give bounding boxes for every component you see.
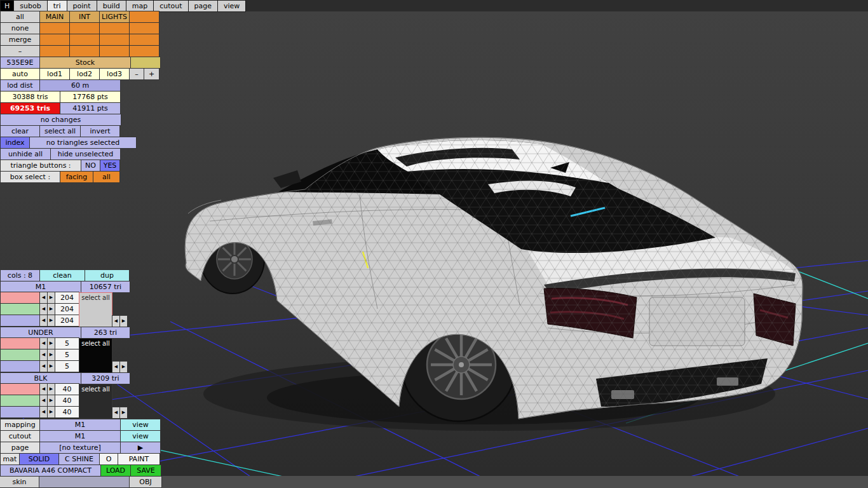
green-channel-swatch[interactable] xyxy=(0,349,40,361)
layer-header-int[interactable]: INT xyxy=(69,11,100,23)
lod2-button[interactable]: lod2 xyxy=(69,68,100,80)
layer-header-main[interactable]: MAIN xyxy=(39,11,70,23)
materials-panel: cols : 8 clean dup M1 10657 tri ◀ ▶ 204 xyxy=(0,270,130,419)
material-tri-count: 263 tri xyxy=(81,327,130,339)
surface-panel: mapping M1 view cutout M1 view page [no … xyxy=(0,419,161,477)
blue-value[interactable]: 40 xyxy=(55,406,79,418)
layer-cell[interactable] xyxy=(39,45,70,57)
status-bar: skin OBJ xyxy=(0,476,868,488)
material-next-button[interactable]: ▶ xyxy=(119,315,128,327)
red-channel-swatch[interactable] xyxy=(0,383,40,395)
layer-cell[interactable] xyxy=(129,45,159,57)
select-none-button[interactable]: none xyxy=(0,22,40,34)
blue-value[interactable]: 204 xyxy=(55,315,79,327)
box-select-label: box select : xyxy=(0,171,60,183)
minus-button[interactable]: – xyxy=(0,45,40,57)
layer-cell[interactable] xyxy=(69,22,100,34)
object-extra-cell[interactable] xyxy=(130,57,161,69)
object-id[interactable]: 535E9E xyxy=(0,57,40,69)
blue-channel-swatch[interactable] xyxy=(0,406,40,418)
obj-button[interactable]: OBJ xyxy=(129,476,162,488)
skin-button[interactable]: skin xyxy=(0,476,39,488)
unhide-all-button[interactable]: unhide all xyxy=(0,148,51,160)
mat-solid-button[interactable]: SOLID xyxy=(19,453,59,465)
box-select-facing[interactable]: facing xyxy=(60,171,93,183)
select-all-objects-button[interactable]: all xyxy=(0,11,40,23)
app-window: H subob tri point build map cutout page … xyxy=(0,0,868,488)
red-value[interactable]: 5 xyxy=(55,337,79,349)
merge-button[interactable]: merge xyxy=(0,34,40,46)
layer-cell[interactable] xyxy=(39,22,70,34)
green-channel-swatch[interactable] xyxy=(0,303,40,315)
layer-cell[interactable] xyxy=(99,34,130,46)
cutout-label: cutout xyxy=(0,430,40,442)
layer-cell[interactable] xyxy=(99,45,130,57)
mat-paint-button[interactable]: PAINT xyxy=(118,453,160,465)
material-tri-count: 10657 tri xyxy=(81,281,130,293)
invert-selection-button[interactable]: invert xyxy=(80,125,120,137)
select-all-material-button[interactable]: select all xyxy=(79,384,112,419)
save-button[interactable]: SAVE xyxy=(130,464,161,477)
clear-selection-button[interactable]: clear xyxy=(0,125,40,137)
layer-cell[interactable] xyxy=(129,34,159,46)
green-value[interactable]: 5 xyxy=(55,349,79,361)
menu-page[interactable]: page xyxy=(188,0,218,12)
layer-cell[interactable] xyxy=(69,34,100,46)
green-value[interactable]: 204 xyxy=(55,303,79,315)
blue-channel-swatch[interactable] xyxy=(0,315,40,327)
total-tris-count: 69253 tris xyxy=(0,102,60,114)
object-name[interactable]: Stock xyxy=(39,57,131,69)
red-channel-swatch[interactable] xyxy=(0,292,40,304)
lod3-button[interactable]: lod3 xyxy=(99,68,130,80)
material-group-blk: BLK 3209 tri ◀ ▶ 40 ◀ ▶ 40 xyxy=(0,373,130,419)
model-name[interactable]: BAVARIA A46 COMPACT xyxy=(0,464,101,477)
lod-dist-value[interactable]: 60 m xyxy=(39,79,121,92)
lod-plus-button[interactable]: + xyxy=(144,68,159,80)
hide-unselected-button[interactable]: hide unselected xyxy=(50,148,121,160)
mat-o-button[interactable]: O xyxy=(99,453,118,465)
index-button[interactable]: index xyxy=(0,137,30,149)
select-all-material-button[interactable]: select all xyxy=(79,338,112,373)
triangle-buttons-no[interactable]: NO xyxy=(81,159,100,172)
box-select-all[interactable]: all xyxy=(93,171,120,183)
layer-cell[interactable] xyxy=(39,34,70,46)
menu-view[interactable]: view xyxy=(217,0,246,12)
lod-minus-button[interactable]: – xyxy=(129,68,144,80)
green-value[interactable]: 40 xyxy=(55,395,79,407)
page-next-button[interactable]: ▶ xyxy=(120,442,161,454)
dup-button[interactable]: dup xyxy=(85,269,130,281)
lod-dist-label: lod dist xyxy=(0,79,40,92)
triangle-buttons-label: triangle buttons : xyxy=(0,159,81,172)
page-value[interactable]: [no texture] xyxy=(39,442,121,454)
layer-cell[interactable] xyxy=(129,11,159,23)
skin-slot[interactable] xyxy=(39,476,130,488)
mapping-value[interactable]: M1 xyxy=(39,419,121,431)
lod-auto-button[interactable]: auto xyxy=(0,68,40,80)
layer-cell[interactable] xyxy=(69,45,100,57)
blue-channel-swatch[interactable] xyxy=(0,360,40,372)
mat-cshine-button[interactable]: C SHINE xyxy=(58,453,100,465)
material-tri-count: 3209 tri xyxy=(81,372,130,384)
material-next-button[interactable]: ▶ xyxy=(119,361,128,373)
layer-header-lights[interactable]: LIGHTS xyxy=(99,11,130,23)
red-value[interactable]: 40 xyxy=(55,383,79,395)
lod1-button[interactable]: lod1 xyxy=(39,68,70,80)
page-label: page xyxy=(0,442,40,454)
clean-button[interactable]: clean xyxy=(39,269,85,281)
layer-cell[interactable] xyxy=(129,22,159,34)
red-value[interactable]: 204 xyxy=(55,292,79,304)
cutout-view-button[interactable]: view xyxy=(120,430,161,442)
cutout-value[interactable]: M1 xyxy=(39,430,121,442)
mapping-view-button[interactable]: view xyxy=(120,419,161,431)
select-all-material-button[interactable]: select all xyxy=(79,292,112,327)
cols-count[interactable]: cols : 8 xyxy=(0,269,40,281)
load-button[interactable]: LOAD xyxy=(100,464,131,477)
blue-value[interactable]: 5 xyxy=(55,360,79,372)
material-next-button[interactable]: ▶ xyxy=(119,407,128,419)
triangle-buttons-yes[interactable]: YES xyxy=(100,159,120,172)
select-all-tris-button[interactable]: select all xyxy=(39,125,81,137)
mapping-label: mapping xyxy=(0,419,40,431)
layer-cell[interactable] xyxy=(99,22,130,34)
red-channel-swatch[interactable] xyxy=(0,337,40,349)
green-channel-swatch[interactable] xyxy=(0,395,40,407)
